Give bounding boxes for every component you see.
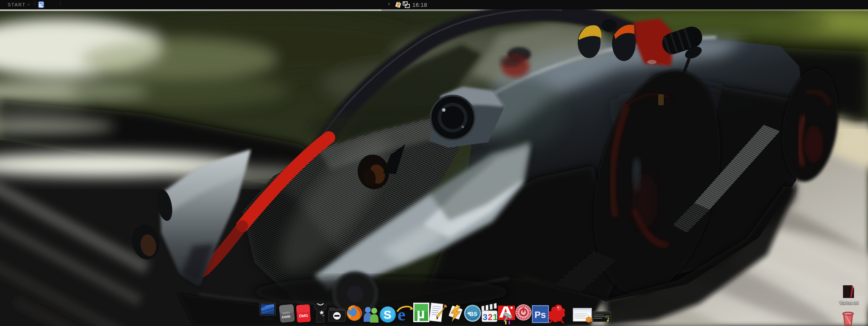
svg-text:1: 1	[493, 312, 498, 322]
svg-text:Ps: Ps	[534, 309, 546, 320]
svg-text:2: 2	[488, 312, 492, 322]
svg-text:com: com	[281, 314, 291, 319]
svg-text:S: S	[384, 308, 392, 321]
svg-text:µ: µ	[417, 305, 425, 321]
svg-text:3: 3	[483, 312, 487, 322]
svg-text:ÖMG: ÖMG	[299, 313, 308, 318]
svg-text:BS: BS	[470, 311, 477, 317]
